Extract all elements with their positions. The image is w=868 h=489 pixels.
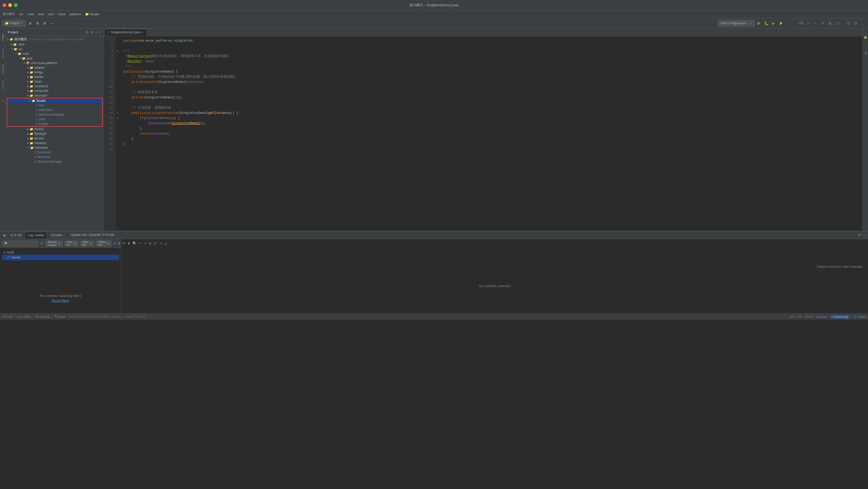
tree-item-bridge[interactable]: ▶ 📁 bridge [6, 70, 103, 75]
breadcrumb-item[interactable]: patterns [70, 12, 81, 16]
git-user-filter[interactable]: User: All ▼ [64, 241, 79, 246]
breadcrumb-item[interactable]: com [48, 12, 54, 16]
code-editor[interactable]: 1 2 3 4 5 6 7 8 9 10 11 12 13 14 15 16 1 [104, 36, 862, 231]
git-reset-filters-link[interactable]: Reset filters [52, 299, 69, 302]
tree-item-mediator[interactable]: ▶ 📁 mediator [6, 141, 103, 145]
sync-icon[interactable]: ⊕ [27, 21, 33, 26]
tree-item-src[interactable]: ▼ 📁 src [6, 47, 103, 52]
tab-console[interactable]: Console × [48, 232, 67, 238]
notifications-icon[interactable]: 🔔 [863, 29, 868, 45]
git-date-filter[interactable]: Date: All ▼ [80, 241, 94, 246]
status-git-item[interactable]: ⑨ 9: Git [2, 315, 12, 318]
git-fetch-icon[interactable]: ⬇ [118, 241, 121, 246]
fold-icon-15[interactable]: ▼ [115, 110, 120, 116]
plugins-tab[interactable]: ⊕ [0, 94, 5, 109]
database-right-icon[interactable]: 🗄 [863, 45, 868, 61]
more-button[interactable]: ⋮ [785, 21, 791, 26]
maximize-icon[interactable]: ⊡ [846, 21, 851, 26]
tree-item-Engine[interactable]: C Engine [7, 122, 102, 126]
tree-item-Memento[interactable]: C Memento [6, 155, 103, 159]
minimize-button[interactable] [8, 3, 12, 7]
tree-item-main[interactable]: ▼ 📁 main [6, 52, 103, 56]
tree-item-Door[interactable]: C Door [7, 117, 102, 122]
structure-tab[interactable]: Structure [0, 45, 5, 61]
panel-layout-icon[interactable]: ⊞ [90, 30, 94, 35]
gear-icon[interactable]: ⚙ [35, 21, 40, 26]
tree-item-com-muse-patterns[interactable]: ▼ 📦 com.muse.patterns [6, 61, 103, 65]
tree-item-java[interactable]: ▼ 📁 java [6, 56, 103, 61]
tree-item-command[interactable]: ▶ 📁 command [6, 84, 103, 89]
breadcrumb-item[interactable]: java [38, 12, 44, 16]
fold-icon-3[interactable]: ▼ [115, 48, 120, 54]
git-branch-filter[interactable]: Branch: master ▼ [45, 241, 63, 246]
tree-root[interactable]: ▼ 📁 设计模式 ~/Desktop/个人信息/爬虫课程/练习demo/设计模式 [6, 37, 103, 42]
status-position[interactable]: 22:1 [790, 315, 795, 318]
git-history-icon[interactable]: ⊞ [827, 21, 833, 26]
git-search-input[interactable] [2, 241, 38, 246]
code-area[interactable]: package com.muse.patterns.singleton; /**… [120, 36, 862, 231]
status-terminal-item[interactable]: ⊞ Terminal [36, 315, 50, 318]
tree-item-composite[interactable]: ▶ 📁 composite [6, 89, 103, 93]
git-branch-icon[interactable]: ⎇ [834, 21, 840, 26]
git-local-section[interactable]: ▼ Local [2, 250, 119, 255]
coverage-button[interactable]: ▶ [771, 21, 776, 26]
panel-close-icon[interactable]: × [99, 30, 101, 35]
tree-item-facade[interactable]: ▼ 📁 facade [7, 98, 102, 103]
branch-status[interactable]: ⎇ master [853, 315, 866, 318]
breadcrumb-item[interactable]: 设计模式 [3, 12, 15, 16]
panel-gear-icon[interactable]: ≡ [95, 30, 98, 35]
git-refresh-commits-icon[interactable]: ↺ [113, 241, 116, 246]
breadcrumb-item[interactable]: muse [58, 12, 66, 16]
tree-item-decorator[interactable]: ▶ 📁 decorator [6, 93, 103, 98]
status-spaces[interactable]: 4 spaces [816, 315, 827, 318]
tree-item-MementoManager[interactable]: C MementoManager [6, 159, 103, 164]
close-button[interactable] [3, 3, 6, 7]
breadcrumb-item-facade[interactable]: 📁 facade [85, 12, 99, 16]
git-check2-icon[interactable]: ✓ [813, 21, 818, 26]
tree-item-Car[interactable]: C Car [7, 103, 102, 108]
tree-item-iterator[interactable]: ▶ 📁 iterator [6, 136, 103, 141]
tree-item-idea[interactable]: ▶ 📁 .idea [6, 42, 103, 47]
tree-item-adapter[interactable]: ▶ 📁 adapter [6, 65, 103, 70]
profile-button[interactable]: ⚡ [778, 21, 783, 26]
status-build-item[interactable]: 🔨 Build [55, 315, 65, 318]
tab-log-master[interactable]: Log: master [25, 232, 47, 238]
panel-settings-icon[interactable]: ⚙ [85, 30, 89, 35]
tab-git[interactable]: ⑨ 9: Git [8, 232, 24, 238]
debug-button[interactable]: 🐛 [764, 21, 769, 26]
minus-icon[interactable]: — [49, 21, 55, 26]
bottom-settings-icon[interactable]: ⚙ [858, 233, 862, 237]
breadcrumb-item[interactable]: src [19, 12, 23, 16]
settings-icon[interactable]: ⚙ [42, 21, 48, 26]
add-configuration-button[interactable]: Add Configuration... ▼ [718, 20, 754, 27]
maximize-button[interactable] [14, 3, 18, 7]
bottom-back-icon[interactable]: ◀ [1, 232, 7, 238]
tree-item-ClientTest[interactable]: C ClientTest [7, 108, 102, 112]
git-branch-master[interactable]: ⎇ master [2, 255, 119, 260]
commit-tab[interactable]: Commit [0, 77, 5, 93]
tree-item-memento[interactable]: ▼ 📁 memento [6, 145, 103, 150]
tab-singletonDemo2[interactable]: J SingletonDemo2.java × [105, 29, 147, 36]
project-button[interactable]: 📁 Project ▼ [2, 20, 26, 27]
tab-update-info[interactable]: Update Info: 2024/3/8 下午5:56 × [68, 232, 119, 238]
git-filter-settings-icon[interactable]: ⚙ [40, 241, 44, 246]
git-check-icon[interactable]: ✓ [805, 21, 811, 26]
minimize-icon[interactable]: _ [860, 21, 866, 26]
tree-item-factory[interactable]: ▶ 📁 factory [6, 127, 103, 131]
tree-item-Document[interactable]: C Document [6, 150, 103, 155]
breadcrumb-item[interactable]: main [27, 12, 34, 16]
tree-item-chain[interactable]: ▶ 📁 chain [6, 79, 103, 84]
tree-item-flyweight[interactable]: ▶ 📁 flyweight [6, 131, 103, 136]
git-refresh-icon[interactable]: ↺ [820, 21, 826, 26]
status-encoding[interactable]: UTF-8 [805, 315, 813, 318]
window-icon[interactable]: ⧉ [853, 21, 859, 26]
bottom-minimize-icon[interactable]: — [863, 233, 867, 237]
tree-item-builder[interactable]: ▶ 📁 builder [6, 75, 103, 79]
tree-item-DashboardDisplay[interactable]: C DashboardDisplay [7, 112, 102, 117]
run-button[interactable]: ▶ [756, 21, 762, 26]
update-close-icon[interactable]: × [115, 234, 116, 236]
status-todo-item[interactable]: ≡ 6: TODO [17, 315, 31, 318]
fold-icon-16[interactable]: ▼ [115, 116, 120, 121]
console-close-icon[interactable]: × [63, 234, 65, 236]
event-log-button[interactable]: ● Event Log [830, 315, 850, 319]
